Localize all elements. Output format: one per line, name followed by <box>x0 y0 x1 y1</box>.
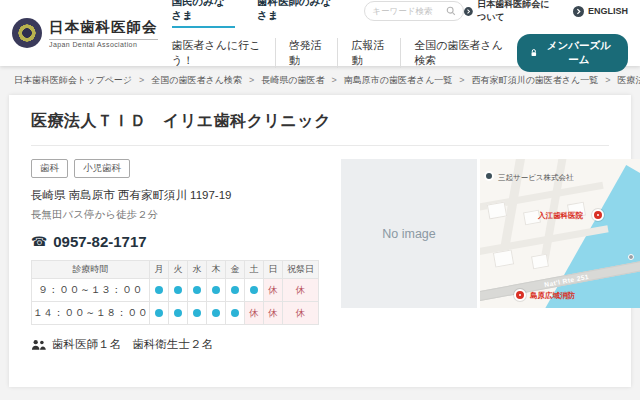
clinic-address: 長崎県 南島原市 西有家町須川 1197-19 <box>31 188 323 203</box>
primary-tabs: 国民のみなさま歯科医師のみなさま <box>172 0 361 28</box>
open-cell <box>188 279 207 302</box>
closed-cell: 休 <box>264 302 283 325</box>
time-slot: ９：００～１３：００ <box>32 279 150 302</box>
utility-link[interactable]: 日本歯科医師会について <box>464 0 557 24</box>
staff-info: 歯科医師１名 歯科衛生士２名 <box>31 337 323 352</box>
nav-item[interactable]: 全国の歯医者さん検索 <box>400 38 517 68</box>
open-dot-icon <box>155 286 163 294</box>
site-header: 日本歯科医師会 Japan Dental Association 国民のみなさま… <box>0 0 640 66</box>
open-dot-icon <box>212 286 220 294</box>
members-room-button[interactable]: メンバーズルーム <box>517 34 628 72</box>
open-dot-icon <box>212 309 220 317</box>
closed-cell: 休 <box>245 302 264 325</box>
schedule-body: ９：００～１３：００休休１４：００～１８：００休休休 <box>32 279 319 325</box>
nav-item[interactable]: 歯医者さんに行こう！ <box>172 38 275 68</box>
open-dot-icon <box>174 286 182 294</box>
day-header: 水 <box>188 261 207 279</box>
fire-station-marker-icon <box>514 289 526 301</box>
header-tab[interactable]: 歯科医師のみなさま <box>257 0 338 28</box>
day-header: 木 <box>207 261 226 279</box>
search-icon <box>446 6 456 16</box>
clinic-detail-card: 医療法人ＴＩＤ イリエ歯科クリニック 歯科小児歯科 長崎県 南島原市 西有家町須… <box>9 95 631 387</box>
circle-arrow-icon <box>573 6 584 17</box>
phone-icon: ☎ <box>31 234 47 249</box>
utility-link[interactable]: ENGLISH <box>573 6 628 17</box>
schedule-row: １４：００～１８：００休休休 <box>32 302 319 325</box>
transit-stop-icon <box>628 254 634 260</box>
closed-cell: 休 <box>283 279 319 302</box>
logo-subtitle: Japan Dental Association <box>49 39 158 48</box>
breadcrumb-item: 医療法人ＴＩＤ イリエ歯科クリニック <box>618 75 640 85</box>
open-cell <box>207 279 226 302</box>
clinic-tags: 歯科小児歯科 <box>31 159 323 178</box>
open-cell <box>226 302 245 325</box>
open-cell <box>188 302 207 325</box>
open-cell <box>226 279 245 302</box>
day-header: 祝祭日 <box>283 261 319 279</box>
people-icon <box>31 339 46 351</box>
closed-cell: 休 <box>264 279 283 302</box>
location-map[interactable]: Nat'l Rte 251 三起サービス株式会社 入江歯科医院 島原広域消防 <box>480 159 640 308</box>
nav-item[interactable]: 広報活動 <box>337 38 400 68</box>
breadcrumb-item[interactable]: 全国の歯医者さん検索 <box>151 75 242 85</box>
closed-cell: 休 <box>283 302 319 325</box>
page-title: 医療法人ＴＩＤ イリエ歯科クリニック <box>31 111 609 146</box>
open-cell <box>245 279 264 302</box>
clinic-marker-icon <box>592 209 604 221</box>
clinic-marker-label: 入江歯科医院 <box>538 211 583 221</box>
open-dot-icon <box>250 286 258 294</box>
breadcrumb-item[interactable]: 日本歯科医師会トップページ <box>14 75 132 85</box>
specialty-tag: 小児歯科 <box>74 159 130 178</box>
breadcrumb-item[interactable]: 長崎県の歯医者 <box>261 75 324 85</box>
open-cell <box>150 279 169 302</box>
nav-item[interactable]: 啓発活動 <box>275 38 338 68</box>
open-dot-icon <box>231 309 239 317</box>
logo-title: 日本歯科医師会 <box>49 18 158 37</box>
jda-emblem-icon <box>12 18 42 48</box>
schedule-row: ９：００～１３：００休休 <box>32 279 319 302</box>
main-nav: 歯医者さんに行こう！啓発活動広報活動全国の歯医者さん検索 <box>172 38 517 68</box>
day-header: 土 <box>245 261 264 279</box>
open-dot-icon <box>193 286 201 294</box>
day-header: 金 <box>226 261 245 279</box>
open-cell <box>207 302 226 325</box>
day-header: 月 <box>150 261 169 279</box>
time-slot: １４：００～１８：００ <box>32 302 150 325</box>
circle-arrow-icon <box>464 6 473 17</box>
company-label: 三起サービス株式会社 <box>498 173 574 183</box>
schedule-time-header: 診療時間 <box>32 261 150 279</box>
open-dot-icon <box>193 309 201 317</box>
schedule-header-row: 診療時間 月火水木金土日祝祭日 <box>32 261 319 279</box>
open-dot-icon <box>231 286 239 294</box>
lock-icon <box>530 48 538 58</box>
open-cell <box>169 302 188 325</box>
site-logo[interactable]: 日本歯科医師会 Japan Dental Association <box>12 18 158 48</box>
open-dot-icon <box>155 309 163 317</box>
day-header: 火 <box>169 261 188 279</box>
phone-number: 0957-82-1717 <box>53 233 146 250</box>
utility-links: 日本歯科医師会についてENGLISH <box>464 0 628 24</box>
schedule-table: 診療時間 月火水木金土日祝祭日 ９：００～１３：００休休１４：００～１８：００休… <box>31 260 319 325</box>
open-cell <box>169 279 188 302</box>
fire-station-label: 島原広域消防 <box>530 291 575 301</box>
header-tab[interactable]: 国民のみなさま <box>172 0 236 28</box>
open-dot-icon <box>174 309 182 317</box>
day-header: 日 <box>264 261 283 279</box>
open-cell <box>150 302 169 325</box>
company-marker-icon <box>484 171 494 181</box>
breadcrumb-item[interactable]: 西有家町須川の歯医者さん一覧 <box>472 75 599 85</box>
breadcrumb-item[interactable]: 南島原市の歯医者さん一覧 <box>344 75 453 85</box>
phone-link[interactable]: ☎ 0957-82-1717 <box>31 233 323 250</box>
clinic-access: 長無田バス停から徒歩２分 <box>31 208 323 222</box>
specialty-tag: 歯科 <box>31 159 68 178</box>
search-input[interactable] <box>372 6 446 16</box>
keyword-search[interactable] <box>364 1 464 21</box>
no-image-placeholder: No image <box>341 159 477 308</box>
staff-text: 歯科医師１名 歯科衛生士２名 <box>52 337 213 352</box>
